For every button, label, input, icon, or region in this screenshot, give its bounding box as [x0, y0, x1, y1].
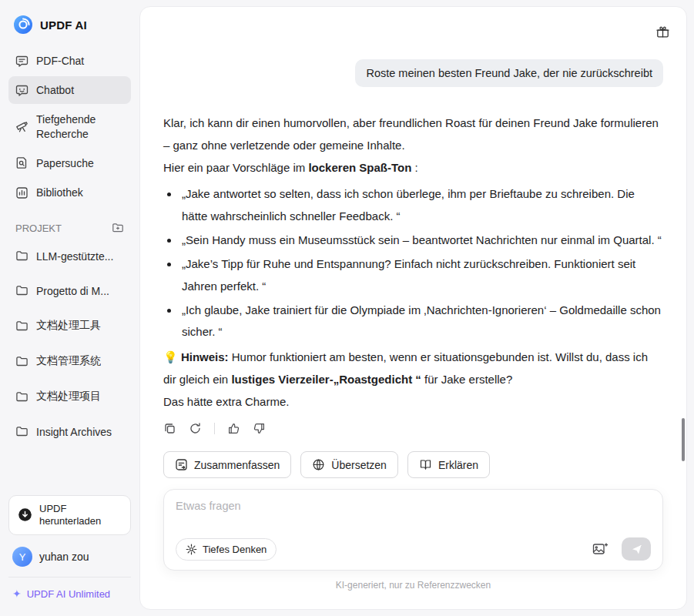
list-item: „Sein Handy muss ein Museumsstück sein –…	[179, 229, 663, 252]
new-folder-icon[interactable]	[112, 222, 124, 234]
plan-upgrade[interactable]: ✦ UPDF AI Unlimited	[8, 577, 131, 610]
library-icon	[15, 186, 28, 199]
sidebar-item-label: Tiefgehende Recherche	[36, 112, 124, 140]
project-item[interactable]: LLM-gestützte...	[8, 239, 131, 273]
folder-icon	[15, 320, 28, 333]
list-item: „Ich glaube, Jake trainiert für die Olym…	[179, 300, 663, 344]
projects-section-header: PROJEKT	[8, 206, 131, 239]
add-image-icon[interactable]	[592, 542, 608, 556]
brand: UPDF AI	[8, 0, 131, 47]
summarize-button[interactable]: Zusammenfassen	[163, 451, 291, 478]
user-message-bubble: Roste meinen besten Freund Jake, der nie…	[355, 59, 663, 87]
user-account[interactable]: Y yuhan zou	[8, 535, 131, 577]
download-label: UPDF herunterladen	[39, 503, 122, 528]
quick-action-label: Übersetzen	[331, 459, 387, 471]
quick-action-label: Erklären	[438, 459, 478, 471]
list-item: „Jake antwortet so selten, dass ich scho…	[179, 183, 663, 228]
roast-suggestions-list: „Jake antwortet so selten, dass ich scho…	[163, 183, 663, 344]
ai-disclaimer: KI-generiert, nur zu Referenzzwecken	[163, 571, 663, 599]
explain-button[interactable]: Erklären	[407, 451, 490, 478]
response-bold-text: Hinweis:	[181, 350, 229, 363]
project-label: 文档管理系统	[36, 354, 101, 368]
lightbulb-emoji: 💡	[163, 350, 178, 363]
quick-actions: Zusammenfassen Übersetzen	[163, 451, 663, 478]
project-label: 文档处理项目	[36, 390, 101, 403]
project-label: 文档处理工具	[36, 319, 101, 333]
projects-list: LLM-gestützte... Progetto di M... 文档处理工具…	[8, 239, 131, 449]
response-text: für Jake erstelle?	[421, 373, 512, 386]
response-text: Hier ein paar Vorschläge im	[163, 161, 308, 174]
folder-icon	[15, 390, 28, 403]
quick-action-label: Zusammenfassen	[194, 459, 280, 471]
plan-label: UPDF AI Unlimited	[27, 588, 110, 600]
response-paragraph: Hier ein paar Vorschläge im lockeren Spa…	[163, 157, 663, 179]
user-name: yuhan zou	[39, 551, 89, 563]
project-item[interactable]: 文档管理系统	[8, 343, 131, 379]
chat-input[interactable]	[176, 500, 651, 512]
download-icon	[18, 507, 32, 522]
hint-paragraph: 💡 Hinweis: Humor funktioniert am besten,…	[163, 346, 663, 391]
response-bold-text: lustiges Vierzeiler-„Roastgedicht “	[231, 373, 421, 386]
response-bold-text: lockeren Spaß-Ton	[308, 161, 411, 174]
projects-header-label: PROJEKT	[15, 223, 62, 234]
pdf-chat-icon	[15, 55, 28, 68]
sidebar-item-label: PDF-Chat	[36, 54, 84, 68]
message-actions	[163, 422, 663, 435]
translate-icon	[312, 458, 325, 471]
response-text: :	[411, 161, 417, 174]
sidebar-item-label: Papersuche	[36, 156, 94, 170]
response-paragraph: Klar, ich kann dir einen humorvollen, ab…	[163, 112, 663, 157]
copy-icon[interactable]	[163, 422, 176, 435]
sidebar-item-deep-research[interactable]: Tiefgehende Recherche	[8, 105, 131, 147]
project-item[interactable]: Insight Archives	[8, 414, 131, 449]
sidebar-item-label: Bibliothek	[36, 186, 83, 199]
explain-icon	[419, 458, 432, 471]
project-item[interactable]: Progetto di M...	[8, 273, 131, 308]
sidebar-item-library[interactable]: Bibliothek	[8, 179, 131, 206]
project-item[interactable]: 文档处理工具	[8, 308, 131, 343]
deep-think-icon	[186, 544, 197, 555]
folder-icon	[15, 355, 28, 368]
main-wrap: Roste meinen besten Freund Jake, der nie…	[139, 0, 694, 616]
response-text: Klar, ich kann dir einen humorvollen, ab…	[163, 116, 659, 152]
deep-think-label: Tiefes Denken	[203, 544, 267, 555]
scrollbar-thumb[interactable]	[682, 418, 685, 461]
send-button[interactable]	[622, 537, 651, 561]
folder-icon	[15, 284, 28, 297]
project-label: LLM-gestützte...	[36, 250, 113, 263]
sidebar-item-pdf-chat[interactable]: PDF-Chat	[8, 47, 131, 75]
response-paragraph: Das hätte extra Charme.	[163, 391, 663, 413]
sidebar-nav: PDF-Chat Chatbot Tiefgeh	[8, 47, 131, 206]
app: UPDF AI PDF-Chat Cha	[0, 0, 694, 616]
sidebar: UPDF AI PDF-Chat Cha	[0, 0, 139, 616]
composer-right-actions	[592, 537, 651, 561]
project-label: Insight Archives	[36, 426, 112, 438]
composer: Tiefes Denken	[163, 489, 663, 571]
chatbot-icon	[15, 84, 28, 97]
sparkle-icon: ✦	[12, 588, 22, 600]
project-item[interactable]: 文档处理项目	[8, 379, 131, 414]
avatar: Y	[12, 547, 32, 567]
project-label: Progetto di M...	[36, 285, 109, 297]
thumbs-down-icon[interactable]	[253, 422, 266, 435]
deep-think-toggle[interactable]: Tiefes Denken	[176, 538, 277, 561]
user-message-row: Roste meinen besten Freund Jake, der nie…	[163, 59, 663, 87]
download-updf-button[interactable]: UPDF herunterladen	[8, 495, 131, 536]
divider	[214, 423, 215, 434]
paper-search-icon	[15, 156, 28, 169]
gift-icon[interactable]	[655, 25, 670, 42]
thumbs-up-icon[interactable]	[227, 422, 240, 435]
sidebar-item-paper-search[interactable]: Papersuche	[8, 149, 131, 177]
updf-logo-icon	[13, 15, 33, 35]
folder-icon	[15, 425, 28, 438]
sidebar-item-chatbot[interactable]: Chatbot	[8, 76, 131, 104]
summarize-icon	[175, 458, 188, 471]
list-item: „Jake’s Tipp für Ruhe und Entspannung? E…	[179, 253, 663, 298]
telescope-icon	[15, 120, 28, 133]
translate-button[interactable]: Übersetzen	[300, 451, 398, 478]
sidebar-item-label: Chatbot	[36, 83, 74, 97]
response-text: Das hätte extra Charme.	[163, 395, 289, 408]
folder-icon	[15, 249, 28, 263]
sidebar-bottom: UPDF herunterladen Y yuhan zou ✦ UPDF AI…	[8, 495, 131, 616]
regenerate-icon[interactable]	[189, 422, 202, 435]
